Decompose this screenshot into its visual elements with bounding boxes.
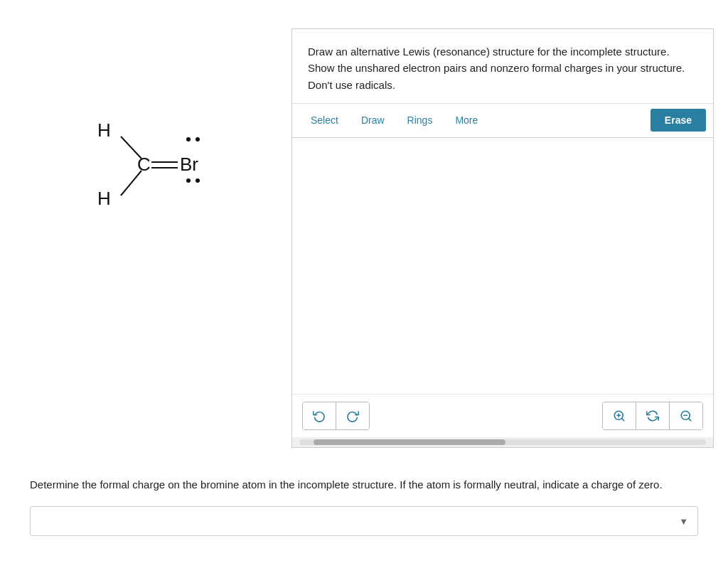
svg-line-9 <box>688 418 690 420</box>
content-row: C Br H H <box>14 28 714 448</box>
lewis-structure-area: C Br H H <box>14 28 291 242</box>
horizontal-scrollbar[interactable] <box>292 437 713 447</box>
editor-panel: Draw an alternative Lewis (resonance) st… <box>291 28 714 448</box>
redo-button[interactable] <box>336 402 369 429</box>
zoom-out-icon <box>680 410 692 422</box>
undo-icon <box>313 410 326 422</box>
svg-line-5 <box>621 418 623 420</box>
lewis-structure-svg: C Br H H <box>68 85 238 242</box>
zoom-reset-icon <box>646 410 659 422</box>
formal-charge-question: Determine the formal charge on the bromi… <box>30 476 698 493</box>
toolbar: Select Draw Rings More Erase <box>292 104 713 138</box>
zoom-in-button[interactable] <box>603 402 636 429</box>
instructions-text: Draw an alternative Lewis (resonance) st… <box>308 46 685 91</box>
bottom-section: Determine the formal charge on the bromi… <box>14 448 714 550</box>
hydrogen-top-label: H <box>97 119 111 141</box>
zoom-group <box>602 402 703 430</box>
zoom-out-button[interactable] <box>670 402 702 429</box>
bromine-label: Br <box>180 154 198 175</box>
page-wrapper: C Br H H <box>0 0 728 572</box>
undo-button[interactable] <box>303 402 336 429</box>
svg-line-3 <box>121 171 141 196</box>
instructions: Draw an alternative Lewis (resonance) st… <box>292 29 713 104</box>
lone-pair-dot-4 <box>196 178 200 183</box>
bottom-controls <box>292 394 713 437</box>
lone-pair-dot-3 <box>186 178 191 183</box>
draw-button[interactable]: Draw <box>350 107 396 133</box>
lone-pair-dot-1 <box>186 137 191 141</box>
undo-redo-group <box>302 402 370 430</box>
lone-pair-dot-2 <box>196 137 200 141</box>
drawing-canvas[interactable] <box>292 138 713 394</box>
zoom-reset-button[interactable] <box>636 402 670 429</box>
svg-line-2 <box>121 137 141 159</box>
formal-charge-dropdown[interactable]: -2 -1 0 +1 +2 <box>30 506 698 536</box>
scrollbar-track <box>299 439 706 445</box>
rings-button[interactable]: Rings <box>396 107 444 133</box>
more-button[interactable]: More <box>444 107 489 133</box>
scrollbar-thumb[interactable] <box>314 439 505 445</box>
redo-icon <box>346 410 359 422</box>
dropdown-container: -2 -1 0 +1 +2 ▼ <box>30 506 698 536</box>
hydrogen-bottom-label: H <box>97 188 111 209</box>
erase-button[interactable]: Erase <box>651 109 706 132</box>
select-button[interactable]: Select <box>299 107 350 133</box>
zoom-in-icon <box>613 410 626 422</box>
